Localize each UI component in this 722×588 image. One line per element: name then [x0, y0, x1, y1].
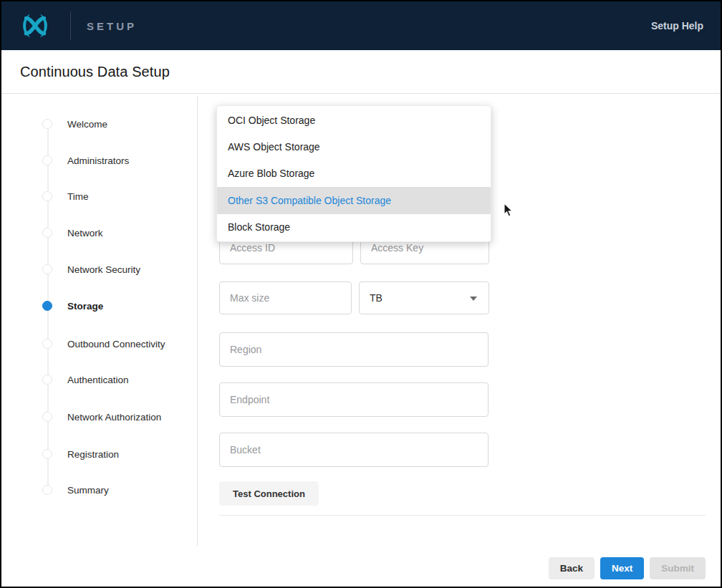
step-circle-icon	[42, 155, 52, 165]
dropdown-option-other-s3-compatible[interactable]: Other S3 Compatible Object Storage	[217, 187, 491, 213]
max-size-input[interactable]	[219, 281, 352, 314]
step-registration[interactable]: Registration	[42, 448, 119, 461]
section-divider	[219, 515, 706, 516]
dropdown-option-azure-blob-storage[interactable]: Azure Blob Storage	[217, 160, 491, 187]
step-outbound-connectivity[interactable]: Outbound Connectivity	[42, 337, 165, 350]
footer-actions: Back Next Submit	[549, 557, 706, 579]
step-circle-icon	[42, 339, 52, 349]
delphix-logo-icon	[14, 11, 56, 40]
step-label: Network Security	[67, 264, 140, 275]
header-divider	[70, 11, 71, 40]
step-label: Outbound Connectivity	[67, 339, 165, 350]
content-area: Welcome Administrators Time Network Netw…	[1, 95, 721, 587]
title-bar: Continuous Data Setup	[1, 50, 721, 94]
step-label: Storage	[67, 301, 103, 312]
step-administrators[interactable]: Administrators	[42, 154, 129, 167]
product-label: SETUP	[87, 20, 137, 32]
step-storage[interactable]: Storage	[42, 299, 103, 312]
page-title: Continuous Data Setup	[20, 64, 170, 80]
step-label: Authentication	[67, 375, 129, 385]
test-connection-button[interactable]: Test Connection	[219, 481, 319, 506]
setup-help-link[interactable]: Setup Help	[651, 1, 703, 50]
arrow-cursor-icon	[504, 203, 514, 221]
step-label: Summary	[67, 485, 109, 496]
step-network[interactable]: Network	[42, 226, 103, 239]
step-network-authorization[interactable]: Network Authorization	[42, 410, 161, 423]
bucket-input[interactable]	[219, 433, 488, 467]
size-unit-value: TB	[370, 292, 382, 304]
next-button[interactable]: Next	[600, 557, 644, 579]
storage-type-dropdown-menu: OCI Object Storage AWS Object Storage Az…	[216, 105, 491, 242]
step-circle-icon	[42, 191, 52, 201]
step-welcome[interactable]: Welcome	[42, 117, 107, 130]
region-input[interactable]	[219, 332, 488, 367]
step-label: Time	[67, 191, 89, 202]
sidebar-divider	[197, 96, 198, 546]
step-label: Registration	[67, 449, 119, 460]
step-circle-icon	[42, 375, 52, 385]
submit-button: Submit	[650, 557, 706, 579]
step-summary[interactable]: Summary	[42, 483, 109, 496]
back-button[interactable]: Back	[549, 557, 595, 579]
dropdown-option-aws-object-storage[interactable]: AWS Object Storage	[217, 133, 491, 160]
step-circle-active-icon	[42, 301, 52, 311]
step-circle-icon	[42, 264, 52, 274]
dropdown-option-oci-object-storage[interactable]: OCI Object Storage	[217, 107, 491, 133]
step-circle-icon	[42, 449, 52, 459]
step-authentication[interactable]: Authentication	[42, 373, 129, 386]
step-circle-icon	[42, 412, 52, 422]
size-unit-select[interactable]: TB	[359, 281, 489, 314]
step-label: Network Authorization	[67, 412, 161, 423]
app-header: SETUP Setup Help	[1, 1, 721, 50]
endpoint-input[interactable]	[219, 382, 488, 417]
step-label: Network	[67, 228, 103, 238]
step-label: Administrators	[67, 155, 129, 166]
chevron-down-icon	[470, 297, 477, 301]
step-time[interactable]: Time	[42, 190, 89, 203]
dropdown-option-block-storage[interactable]: Block Storage	[217, 214, 491, 241]
step-circle-icon	[42, 119, 52, 129]
step-circle-icon	[42, 228, 52, 238]
step-label: Welcome	[67, 119, 107, 130]
app-window: SETUP Setup Help Continuous Data Setup W…	[0, 0, 722, 588]
step-network-security[interactable]: Network Security	[42, 263, 140, 276]
step-circle-icon	[42, 485, 52, 495]
